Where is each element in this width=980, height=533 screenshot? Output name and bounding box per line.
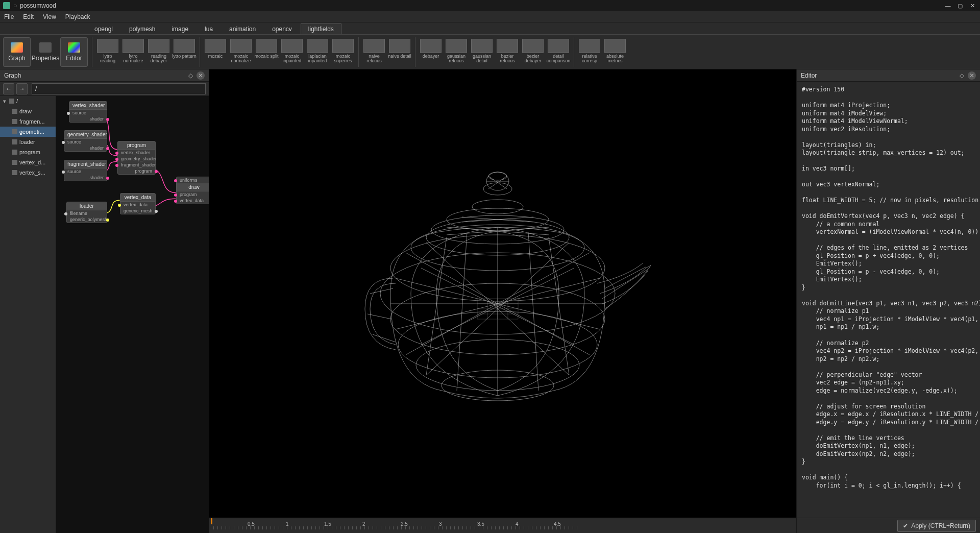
node-vertex-data[interactable]: vertex_data vertex_data generic_mesh — [120, 193, 156, 214]
tab-lua[interactable]: lua — [197, 23, 220, 34]
ribbon-item[interactable]: absolute metrics — [603, 38, 627, 66]
ribbon-item[interactable]: mozaic inpainted — [280, 38, 304, 66]
graph-panel-detach-icon[interactable]: ◇ — [186, 71, 194, 80]
node-fragment-shader[interactable]: fragment_shader source shader — [64, 160, 107, 181]
ribbon-item[interactable]: mozaic split — [254, 38, 279, 66]
ribbon-item[interactable]: reading debayer — [146, 38, 171, 66]
graph-path-input[interactable]: / — [32, 83, 206, 94]
svg-line-26 — [368, 314, 391, 319]
ribbon-item[interactable]: mozaic normalize — [229, 38, 253, 66]
view-editor-button[interactable]: Editor — [60, 37, 88, 67]
editor-panel-close-icon[interactable]: ✕ — [968, 71, 976, 80]
node-icon — [12, 170, 17, 175]
maximize-button[interactable]: ▢ — [955, 2, 965, 9]
graph-icon — [11, 42, 23, 53]
menu-edit[interactable]: Edit — [23, 13, 34, 20]
ribbon-item[interactable]: naive refocus — [362, 38, 386, 66]
tree-item[interactable]: program — [0, 147, 56, 157]
view-graph-button[interactable]: Graph — [3, 37, 31, 67]
tab-opencv[interactable]: opencv — [264, 23, 300, 34]
tree-item[interactable]: draw — [0, 106, 56, 116]
ribbon-thumb-icon — [522, 39, 544, 53]
ribbon-thumb-icon — [471, 39, 493, 53]
node-icon — [12, 129, 17, 134]
ribbon-thumb-icon — [174, 39, 195, 53]
ribbon-item[interactable]: gaussian refocus — [444, 38, 469, 66]
menu-file[interactable]: File — [4, 13, 14, 20]
timeline[interactable]: 0.511.522.533.544.5 — [209, 518, 796, 533]
timeline-tick: 3.5 — [477, 521, 484, 527]
editor-panel-detach-icon[interactable]: ◇ — [958, 71, 966, 80]
minimize-button[interactable]: — — [943, 2, 952, 9]
tree-item[interactable]: vertex_d... — [0, 157, 56, 167]
ribbon-item[interactable]: lytro normalize — [121, 38, 145, 66]
svg-point-10 — [472, 200, 523, 214]
ribbon-item[interactable]: debayer — [419, 38, 443, 66]
timeline-tick: 4.5 — [554, 521, 561, 527]
svg-line-25 — [370, 288, 393, 294]
ribbon-item[interactable]: gaussian detail — [470, 38, 494, 66]
tree-item[interactable]: loader — [0, 137, 56, 147]
tree-item[interactable]: vertex_s... — [0, 167, 56, 178]
ribbon-item[interactable]: lytro reading — [95, 38, 120, 66]
app-logo-icon — [3, 2, 10, 9]
tab-lightfields[interactable]: lightfields — [301, 23, 341, 34]
code-editor[interactable]: #version 150 uniform mat4 iProjection; u… — [797, 82, 980, 518]
view-properties-button[interactable]: Properties — [32, 37, 59, 67]
ribbon-item[interactable]: naive detail — [387, 38, 412, 66]
ribbon-item[interactable]: bezier debayer — [521, 38, 545, 66]
ribbon-item[interactable]: bezier refocus — [495, 38, 520, 66]
graph-tree: ▾/ drawfragmen...geometr...loaderprogram… — [0, 96, 56, 533]
tab-opengl[interactable]: opengl — [87, 23, 120, 34]
node-draw[interactable]: uniforms draw program vertex_data — [176, 177, 209, 204]
ribbon-group-0: lytro readinglytro normalizereading deba… — [92, 37, 200, 67]
ribbon-thumb-icon — [332, 39, 354, 53]
menu-view[interactable]: View — [43, 13, 56, 20]
ribbon-thumb-icon — [205, 39, 226, 53]
editor-panel-title: Editor — [801, 72, 955, 79]
ribbon-item[interactable]: mozaic — [203, 38, 228, 66]
tree-root[interactable]: ▾/ — [0, 96, 56, 106]
menu-playback[interactable]: Playback — [65, 13, 90, 20]
tree-item[interactable]: geometr... — [0, 127, 56, 137]
node-geometry-shader[interactable]: geometry_shader source shader — [64, 130, 107, 152]
node-program[interactable]: program vertex_shader geometry_shader fr… — [117, 141, 156, 175]
teapot-wireframe — [345, 151, 661, 437]
menubar: File Edit View Playback — [0, 11, 980, 22]
node-loader[interactable]: loader filename generic_polymesh — [66, 202, 107, 223]
ribbon-group-3: debayergaussian refocusgaussian detailbe… — [415, 37, 574, 67]
tab-image[interactable]: image — [164, 23, 196, 34]
tab-polymesh[interactable]: polymesh — [121, 23, 163, 34]
viewport-3d[interactable]: 0.511.522.533.544.5 — [209, 69, 796, 533]
ribbon-item[interactable]: lytro pattern — [172, 38, 197, 66]
node-graph-canvas[interactable]: vertex_shader source shader geometry_sha… — [56, 96, 209, 533]
node-vertex-shader[interactable]: vertex_shader source shader — [69, 101, 107, 123]
node-icon — [12, 150, 17, 155]
titlebar: ○ possumwood — ▢ ✕ — [0, 0, 980, 11]
ribbon-item[interactable]: laplacian inpainted — [305, 38, 330, 66]
ribbon: Graph Properties Editor lytro readinglyt… — [0, 35, 980, 69]
tree-item[interactable]: fragmen... — [0, 116, 56, 127]
tab-animation[interactable]: animation — [222, 23, 263, 34]
ribbon-item[interactable]: mozaic superres — [331, 38, 355, 66]
graph-panel: Graph ◇ ✕ ← → / ▾/ drawfragmen...geometr… — [0, 69, 209, 533]
graph-panel-close-icon[interactable]: ✕ — [197, 71, 205, 80]
nav-forward-button[interactable]: → — [16, 83, 28, 94]
apply-button[interactable]: ✔Apply (CTRL+Return) — [897, 520, 976, 532]
svg-point-13 — [488, 172, 507, 180]
ribbon-thumb-icon — [230, 39, 252, 53]
timeline-tick: 1.5 — [324, 521, 331, 527]
ribbon-item[interactable]: detail comparison — [546, 38, 571, 66]
properties-icon — [39, 42, 52, 53]
window-title: possumwood — [20, 2, 56, 9]
ribbon-item[interactable]: relative corresp — [577, 38, 602, 66]
ribbon-thumb-icon — [148, 39, 169, 53]
ribbon-thumb-icon — [256, 39, 277, 53]
ribbon-thumb-icon — [497, 39, 518, 53]
graph-panel-title: Graph — [4, 72, 184, 79]
ribbon-thumb-icon — [97, 39, 118, 53]
close-button[interactable]: ✕ — [968, 2, 977, 9]
app-indicator: ○ — [13, 2, 17, 9]
nav-back-button[interactable]: ← — [3, 83, 14, 94]
ribbon-group-1: mozaicmozaic normalizemozaic splitmozaic… — [200, 37, 358, 67]
